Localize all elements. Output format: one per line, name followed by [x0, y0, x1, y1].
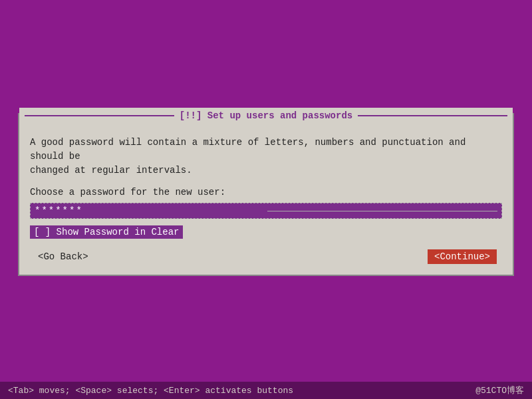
bottom-bar: <Tab> moves; <Space> selects; <Enter> ac… [0, 382, 532, 399]
title-bar-line-right [358, 115, 507, 116]
dialog-title: [!!] Set up users and passwords [174, 110, 358, 121]
title-bar: [!!] Set up users and passwords [19, 108, 513, 124]
title-bar-line-left [25, 115, 174, 116]
dialog-box: [!!] Set up users and passwords A good p… [18, 113, 514, 276]
go-back-button[interactable]: <Go Back> [35, 250, 91, 263]
password-line [267, 211, 497, 211]
show-password-checkbox[interactable]: [ ] Show Password in Clear [30, 225, 183, 239]
password-input-field[interactable]: ******* [30, 203, 502, 219]
brand-label: @51CTO博客 [475, 384, 524, 396]
buttons-row: <Go Back> <Continue> [30, 249, 502, 264]
password-dots: ******* [35, 205, 265, 216]
dialog-content: A good password will contain a mixture o… [19, 130, 513, 275]
prompt-text: Choose a password for the new user: [30, 187, 502, 198]
continue-button[interactable]: <Continue> [428, 249, 497, 264]
keyboard-hint: <Tab> moves; <Space> selects; <Enter> ac… [8, 386, 293, 396]
description-text: A good password will contain a mixture o… [30, 136, 502, 178]
screen: [!!] Set up users and passwords A good p… [0, 0, 532, 399]
